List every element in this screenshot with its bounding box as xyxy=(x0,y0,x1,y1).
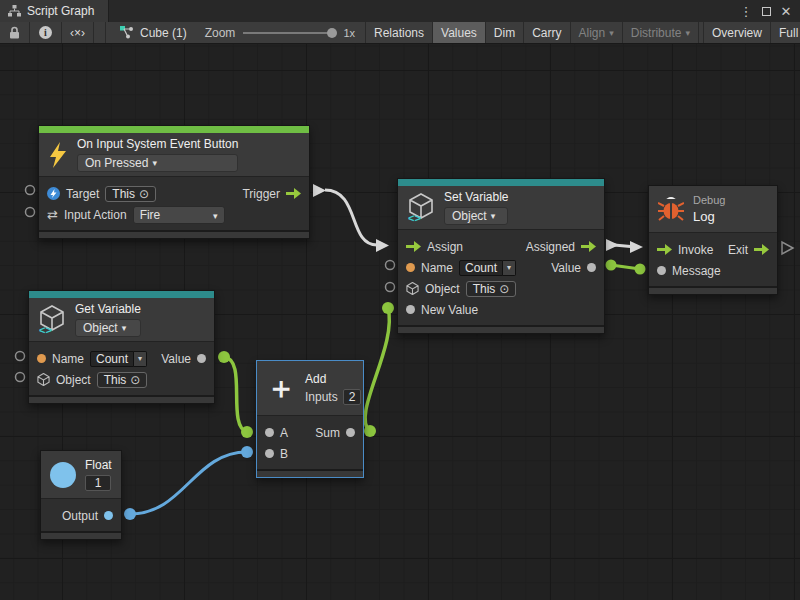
assign-port[interactable] xyxy=(406,241,421,252)
node-float[interactable]: Float 1 Output xyxy=(40,450,122,540)
distribute-dropdown[interactable]: Distribute xyxy=(623,22,699,43)
graph-canvas[interactable]: On Input System Event Button On Pressed … xyxy=(0,44,800,600)
event-mode-dropdown[interactable]: On Pressed xyxy=(77,154,238,172)
port-row-invoke: Invoke Exit xyxy=(649,239,777,260)
variable-scope-dropdown[interactable]: Object xyxy=(75,319,141,337)
node-on-input-system-event-button[interactable]: On Input System Event Button On Pressed … xyxy=(38,125,310,239)
node-title: Set Variable xyxy=(444,190,508,204)
carry-toggle[interactable]: Carry xyxy=(524,22,570,43)
sum-label: Sum xyxy=(315,426,340,440)
exit-port[interactable] xyxy=(754,244,769,255)
output-port[interactable] xyxy=(104,511,113,520)
node-title: Log xyxy=(693,209,725,224)
float-value-field[interactable]: 1 xyxy=(85,475,111,491)
fullscreen-button[interactable]: Full Screen xyxy=(771,22,800,43)
graph-icon xyxy=(8,5,21,17)
node-header[interactable]: Debug Log xyxy=(649,186,777,233)
b-label: B xyxy=(280,447,288,461)
inspect-button[interactable]: i xyxy=(30,22,62,43)
target-icon xyxy=(499,282,509,296)
node-header[interactable]: <> Get Variable Object xyxy=(29,298,214,342)
inputs-count-field[interactable]: 2 xyxy=(343,389,362,405)
node-header[interactable]: Float 1 xyxy=(41,451,121,499)
zoom-slider-handle[interactable] xyxy=(327,28,337,38)
dim-toggle[interactable]: Dim xyxy=(486,22,524,43)
message-label: Message xyxy=(672,264,721,278)
subgraph-icon xyxy=(120,26,134,39)
align-dropdown[interactable]: Align xyxy=(571,22,623,43)
node-get-variable[interactable]: <> Get Variable Object Name Count▾ Value xyxy=(28,290,215,404)
node-debug-log[interactable]: Debug Log Invoke Exit Message xyxy=(648,185,778,295)
node-header[interactable]: <> Set Variable Object xyxy=(398,186,604,230)
trigger-port[interactable] xyxy=(286,188,301,199)
a-port[interactable] xyxy=(265,428,274,437)
new-value-port[interactable] xyxy=(406,305,415,314)
menu-icon[interactable]: ⋮ xyxy=(738,3,754,19)
close-icon[interactable]: ✕ xyxy=(778,3,794,19)
input-action-dropdown[interactable]: Fire xyxy=(133,206,225,224)
name-combo[interactable]: Count▾ xyxy=(459,260,516,276)
zoom-control: Zoom 1x xyxy=(195,22,365,43)
object-label: Object xyxy=(425,282,460,296)
node-title: Float xyxy=(85,458,112,472)
inputs-label: Inputs xyxy=(305,390,338,404)
exit-label: Exit xyxy=(728,243,748,257)
code-preview-button[interactable]: ‹×› xyxy=(62,22,94,43)
node-title: Get Variable xyxy=(75,302,141,316)
node-set-variable[interactable]: <> Set Variable Object Assign Assigned xyxy=(397,178,605,334)
svg-text:<>: <> xyxy=(408,212,421,223)
graph-target-label: Cube (1) xyxy=(140,26,187,40)
float-icon xyxy=(50,462,76,488)
lock-button[interactable] xyxy=(0,22,30,43)
wire-getvar-a xyxy=(218,351,253,438)
wire-float-b xyxy=(124,446,253,520)
name-port[interactable] xyxy=(406,263,415,272)
node-title: On Input System Event Button xyxy=(77,137,238,151)
sum-port[interactable] xyxy=(346,428,355,437)
name-label: Name xyxy=(421,261,453,275)
overview-button[interactable]: Overview xyxy=(704,22,771,43)
port-row-new-value: New Value xyxy=(398,299,604,320)
zoom-slider[interactable] xyxy=(243,32,335,34)
variable-colorbar xyxy=(398,179,604,186)
port-row-target: Target This Trigger xyxy=(39,183,309,204)
values-toggle[interactable]: Values xyxy=(433,22,486,43)
tab-script-graph[interactable]: Script Graph xyxy=(0,0,109,22)
node-header[interactable]: On Input System Event Button On Pressed xyxy=(39,133,309,177)
node-header[interactable]: ＋ Add Inputs 2 xyxy=(257,361,363,416)
target-value-button[interactable]: This xyxy=(105,186,156,202)
value-port[interactable] xyxy=(197,354,206,363)
name-label: Name xyxy=(52,352,84,366)
plus-icon: ＋ xyxy=(266,375,296,401)
name-combo[interactable]: Count▾ xyxy=(90,351,147,367)
graph-target-button[interactable]: Cube (1) xyxy=(106,22,195,43)
combo-caret-icon: ▾ xyxy=(503,260,516,276)
toolbar-spacer xyxy=(94,22,106,43)
relations-toggle[interactable]: Relations xyxy=(365,22,433,43)
message-port[interactable] xyxy=(657,266,666,275)
node-footer xyxy=(257,469,363,477)
zoom-value: 1x xyxy=(343,27,355,39)
node-add[interactable]: ＋ Add Inputs 2 A Sum B xyxy=(256,360,364,478)
object-value-button[interactable]: This xyxy=(466,281,517,297)
object-cube-icon xyxy=(406,282,419,295)
b-port[interactable] xyxy=(265,449,274,458)
port-row-output: Output xyxy=(41,505,121,526)
invoke-port[interactable] xyxy=(657,244,672,255)
wire-sum-newvalue xyxy=(364,302,394,437)
code-icon: ‹×› xyxy=(70,26,85,40)
name-port[interactable] xyxy=(37,354,46,363)
assigned-port[interactable] xyxy=(581,241,596,252)
output-label: Output xyxy=(62,509,98,523)
maximize-icon[interactable] xyxy=(758,3,774,19)
input-system-icon xyxy=(47,187,60,200)
port-row-assign: Assign Assigned xyxy=(398,236,604,257)
object-value-button[interactable]: This xyxy=(97,372,148,388)
info-icon: i xyxy=(39,26,52,39)
target-icon xyxy=(139,187,149,201)
value-port[interactable] xyxy=(587,263,596,272)
port-row-object: Object This xyxy=(398,278,604,299)
value-label: Value xyxy=(161,352,191,366)
variable-scope-dropdown[interactable]: Object xyxy=(444,207,508,225)
assign-label: Assign xyxy=(427,240,463,254)
